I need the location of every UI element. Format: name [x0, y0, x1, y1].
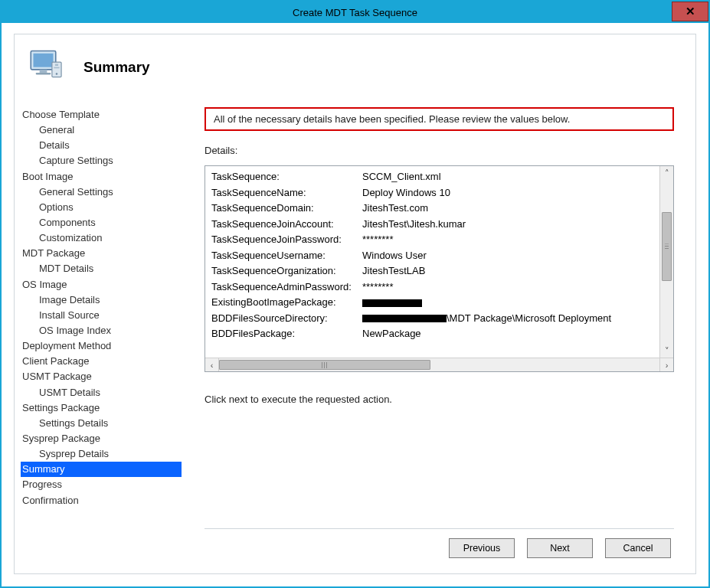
- details-key: TaskSequenceJoinAccount:: [211, 217, 361, 233]
- details-row: TaskSequenceAdminPassword:********: [211, 279, 653, 296]
- details-row: TaskSequence:SCCM_Client.xml: [211, 169, 653, 185]
- scroll-right-arrow-icon[interactable]: ›: [659, 358, 673, 371]
- nav-item[interactable]: Sysprep Details: [22, 446, 182, 462]
- details-value: JiteshTest\Jitesh.kumar: [361, 217, 653, 233]
- horizontal-scrollbar[interactable]: ‹ ›: [205, 358, 673, 371]
- nav-item[interactable]: Summary: [21, 462, 182, 477]
- svg-rect-5: [55, 64, 58, 66]
- details-value: SCCM_Client.xml: [361, 169, 653, 185]
- page-title: Summary: [83, 59, 150, 76]
- details-row: TaskSequenceUsername:Windows User: [211, 248, 653, 264]
- nav-item[interactable]: Install Source: [22, 308, 182, 323]
- nav-item[interactable]: General Settings: [22, 185, 182, 200]
- nav-item[interactable]: Deployment Method: [22, 338, 182, 354]
- nav-item[interactable]: USMT Package: [22, 369, 182, 384]
- scroll-thumb[interactable]: [662, 212, 672, 281]
- details-value: JiteshTestLAB: [361, 263, 653, 279]
- nav-item[interactable]: Confirmation: [22, 493, 182, 508]
- details-key: TaskSequence:: [211, 169, 361, 185]
- wizard-window: Create MDT Task Sequence ✕: [0, 0, 710, 588]
- details-value: ********: [361, 279, 653, 296]
- details-key: TaskSequenceUsername:: [211, 248, 361, 264]
- svg-rect-3: [36, 73, 51, 74]
- details-value: \MDT Package\Microsoft Deployment: [361, 311, 653, 327]
- nav-item[interactable]: Image Details: [22, 292, 182, 308]
- nav-item[interactable]: MDT Package: [22, 246, 182, 261]
- nav-item[interactable]: General: [22, 122, 182, 138]
- svg-rect-6: [54, 67, 59, 69]
- nav-item[interactable]: Progress: [22, 477, 182, 492]
- redacted-value: [362, 315, 447, 322]
- nav-item[interactable]: Sysprep Package: [22, 431, 182, 446]
- details-value: NewPackage: [361, 326, 653, 342]
- details-list: TaskSequence:SCCM_Client.xmlTaskSequence…: [205, 166, 659, 358]
- wizard-buttons: Previous Next Cancel: [204, 528, 674, 572]
- nav-item[interactable]: Boot Image: [22, 169, 182, 185]
- details-row: TaskSequenceDomain:JiteshTest.com: [211, 201, 653, 217]
- details-key: TaskSequenceOrganization:: [211, 263, 361, 279]
- svg-point-7: [56, 73, 57, 74]
- details-label: Details:: [204, 145, 674, 156]
- vertical-scrollbar[interactable]: ˄ ˅: [659, 166, 673, 358]
- close-icon: ✕: [685, 5, 695, 18]
- nav-item[interactable]: OS Image: [22, 277, 182, 292]
- details-value: Deploy Windows 10: [361, 185, 653, 201]
- nav-item[interactable]: OS Image Index: [22, 323, 182, 338]
- redacted-value: [362, 299, 422, 307]
- details-row: ExistingBootImagePackage:: [211, 295, 653, 311]
- nav-item[interactable]: Settings Details: [22, 416, 182, 431]
- nav-item[interactable]: Components: [22, 215, 182, 230]
- nav-item[interactable]: Settings Package: [22, 400, 182, 416]
- computer-icon: [28, 48, 68, 86]
- details-row: BDDFilesPackage:NewPackage: [211, 326, 653, 342]
- details-key: ExistingBootImagePackage:: [211, 295, 361, 311]
- nav-item[interactable]: USMT Details: [22, 385, 182, 400]
- details-row: BDDFilesSourceDirectory:\MDT Package\Mic…: [211, 311, 653, 327]
- details-row: TaskSequenceJoinAccount:JiteshTest\Jites…: [211, 217, 653, 233]
- details-box: TaskSequence:SCCM_Client.xmlTaskSequence…: [204, 165, 674, 372]
- nav-item[interactable]: Client Package: [22, 354, 182, 369]
- details-key: TaskSequenceAdminPassword:: [211, 279, 361, 296]
- wizard-header: Summary: [15, 34, 695, 104]
- wizard-nav: Choose TemplateGeneralDetailsCapture Set…: [15, 104, 182, 572]
- details-key: BDDFilesPackage:: [211, 326, 361, 342]
- details-key: BDDFilesSourceDirectory:: [211, 311, 361, 327]
- nav-item[interactable]: Customization: [22, 230, 182, 246]
- wizard-content: All of the necessary details have been s…: [182, 104, 695, 572]
- nav-item[interactable]: Options: [22, 200, 182, 215]
- nav-item[interactable]: Choose Template: [22, 107, 182, 122]
- details-value: Windows User: [361, 248, 653, 264]
- svg-rect-2: [40, 70, 47, 73]
- details-row: TaskSequenceName:Deploy Windows 10: [211, 185, 653, 201]
- details-value: [361, 295, 653, 311]
- previous-button[interactable]: Previous: [449, 538, 515, 558]
- close-button[interactable]: ✕: [672, 2, 708, 21]
- svg-rect-1: [34, 54, 54, 67]
- scroll-track[interactable]: [660, 180, 673, 344]
- next-button[interactable]: Next: [527, 538, 593, 558]
- hscroll-track[interactable]: [219, 358, 659, 371]
- cancel-button[interactable]: Cancel: [605, 538, 671, 558]
- details-key: TaskSequenceJoinPassword:: [211, 232, 361, 248]
- details-value: ********: [361, 232, 653, 248]
- window-title: Create MDT Task Sequence: [293, 7, 417, 18]
- nav-item[interactable]: MDT Details: [22, 261, 182, 276]
- scroll-up-arrow-icon[interactable]: ˄: [660, 166, 673, 180]
- nav-item[interactable]: Capture Settings: [22, 153, 182, 168]
- scroll-left-arrow-icon[interactable]: ‹: [205, 358, 219, 371]
- instruction-text: All of the necessary details have been s…: [204, 107, 674, 131]
- nav-item[interactable]: Details: [22, 138, 182, 153]
- click-next-text: Click next to execute the requested acti…: [204, 394, 674, 405]
- title-bar: Create MDT Task Sequence ✕: [2, 2, 708, 23]
- details-row: TaskSequenceOrganization:JiteshTestLAB: [211, 263, 653, 279]
- details-key: TaskSequenceName:: [211, 185, 361, 201]
- hscroll-thumb[interactable]: [219, 360, 430, 370]
- scroll-down-arrow-icon[interactable]: ˅: [660, 344, 673, 358]
- details-row: TaskSequenceJoinPassword:********: [211, 232, 653, 248]
- details-key: TaskSequenceDomain:: [211, 201, 361, 217]
- details-value: JiteshTest.com: [361, 201, 653, 217]
